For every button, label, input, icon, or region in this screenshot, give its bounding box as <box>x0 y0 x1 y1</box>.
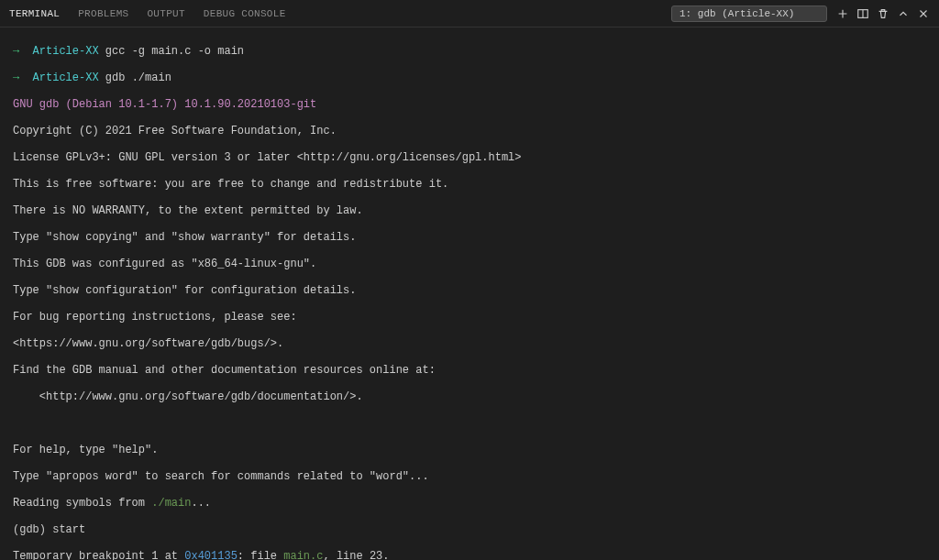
maximize-panel-icon[interactable] <box>897 7 910 20</box>
panel-tabs: TERMINAL PROBLEMS OUTPUT DEBUG CONSOLE <box>9 8 671 19</box>
tab-debug-console[interactable]: DEBUG CONSOLE <box>204 8 286 19</box>
terminal-selector-dropdown[interactable]: 1: gdb (Article-XX) <box>671 5 827 22</box>
terminal-selector-label: 1: gdb (Article-XX) <box>679 8 794 19</box>
kill-terminal-icon[interactable] <box>877 7 889 20</box>
split-terminal-icon[interactable] <box>856 7 869 20</box>
tab-output[interactable]: OUTPUT <box>147 8 184 19</box>
close-panel-icon[interactable] <box>917 7 930 20</box>
terminal-output[interactable]: → Article-XX gcc -g main.c -o main → Art… <box>0 27 939 560</box>
panel-header: TERMINAL PROBLEMS OUTPUT DEBUG CONSOLE 1… <box>0 0 939 27</box>
terminal-toolbar: 1: gdb (Article-XX) <box>671 5 930 22</box>
tab-terminal[interactable]: TERMINAL <box>9 8 60 19</box>
tab-problems[interactable]: PROBLEMS <box>78 8 128 19</box>
new-terminal-icon[interactable] <box>836 7 849 20</box>
